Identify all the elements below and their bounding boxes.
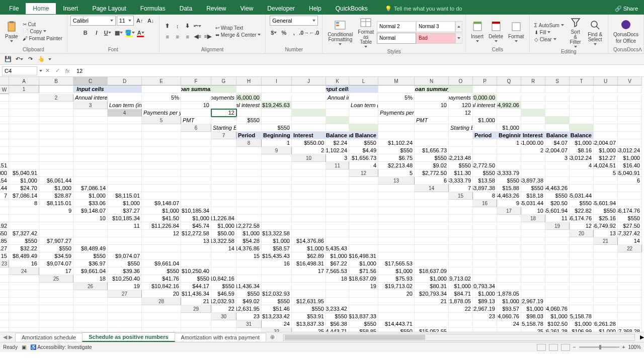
font-color-button[interactable]: A (136, 28, 146, 38)
new-sheet-button[interactable]: ⊕ (266, 334, 278, 340)
row-head-2[interactable]: 2 (39, 94, 73, 102)
style-normal[interactable]: Normal (377, 33, 416, 44)
font-size-combo[interactable]: 11 (117, 16, 134, 26)
tab-page-layout[interactable]: Page Layout (85, 3, 133, 14)
find-select-button[interactable]: Find & Select (585, 18, 605, 46)
accessibility-status[interactable]: ♿ Accessibility: Investigate (30, 344, 92, 350)
row-head-22[interactable]: 22 (618, 245, 642, 252)
sheet-tab-2[interactable]: Amortization with extra payment (175, 333, 267, 341)
tab-developer[interactable]: Developer (260, 3, 302, 14)
undo-icon[interactable]: ↶ (15, 55, 23, 63)
qat-customize-icon[interactable] (48, 58, 51, 60)
row-head-20[interactable]: 20 (570, 230, 594, 237)
row-head-12[interactable]: 12 (349, 169, 378, 177)
row-head-26[interactable]: 26 (73, 283, 108, 290)
cancel-formula-icon[interactable]: ✕ (42, 66, 52, 76)
fill-button[interactable]: ⬇ Fill (533, 29, 566, 36)
decrease-font-icon[interactable]: A↓ (146, 16, 156, 26)
decrease-decimal-icon[interactable]: ←.0 (309, 28, 319, 38)
row-head-16[interactable]: 16 (473, 200, 497, 207)
row-head-31[interactable]: 31 (236, 320, 262, 328)
row-head-27[interactable]: 27 (108, 290, 142, 298)
row-head-9[interactable]: 9 (262, 147, 292, 154)
style-normal2[interactable]: Normal 2 (377, 21, 416, 32)
insert-cells-button[interactable]: Insert (469, 20, 486, 43)
col-head-O[interactable]: O (449, 77, 473, 85)
conditional-formatting-button[interactable]: Conditional Formatting (326, 18, 355, 46)
row-head-1[interactable]: 1 (9, 85, 39, 93)
orientation-icon[interactable]: ⤺ (193, 21, 203, 31)
worksheet-grid[interactable]: ABCDEFGHIJKLMNOPQRSTUVW1Input cellsLoan … (0, 77, 644, 332)
horizontal-scrollbar[interactable] (283, 334, 635, 341)
font-name-combo[interactable]: Calibri (70, 16, 116, 26)
save-icon[interactable]: 💾 (4, 55, 12, 63)
copy-button[interactable]: 📄 Copy (21, 28, 64, 35)
increase-decimal-icon[interactable]: .0→ (299, 28, 309, 38)
col-head-R[interactable]: R (521, 77, 545, 85)
align-right-icon[interactable]: ≡ (183, 32, 193, 42)
tab-home[interactable]: Home (26, 3, 56, 14)
wrap-text-button[interactable]: ↩ Wrap Text (214, 25, 263, 31)
tab-view[interactable]: View (233, 3, 261, 14)
row-head-24[interactable]: 24 (9, 267, 39, 275)
share-button[interactable]: 🔗 Share (615, 6, 638, 12)
touch-mode-icon[interactable]: 👆 (37, 55, 45, 63)
row-head-11[interactable]: 11 (326, 162, 349, 169)
col-head-V[interactable]: V (618, 77, 642, 85)
align-left-icon[interactable]: ≡ (163, 32, 173, 42)
redo-icon[interactable]: ↷ (26, 55, 34, 63)
align-bottom-icon[interactable]: ⬇ (183, 21, 193, 31)
zoom-level[interactable]: 100% (628, 344, 641, 350)
row-head-17[interactable]: 17 (497, 207, 521, 215)
format-cells-button[interactable]: Format (506, 20, 526, 43)
row-head-15[interactable]: 15 (449, 192, 473, 200)
row-head-23[interactable]: 23 (0, 260, 9, 267)
paste-button[interactable]: Paste (3, 20, 20, 43)
delete-cells-button[interactable]: Delete (487, 20, 505, 43)
increase-indent-icon[interactable]: ≡▶ (203, 32, 213, 42)
accounting-format-icon[interactable]: $ (269, 28, 279, 38)
col-head-N[interactable]: N (415, 77, 449, 85)
col-head-C[interactable]: C (73, 77, 108, 85)
row-head-32[interactable]: 32 (262, 328, 292, 332)
style-bad[interactable]: Bad (416, 33, 455, 44)
format-painter-button[interactable]: 🖌 Format Painter (21, 35, 64, 42)
row-head-21[interactable]: 21 (594, 237, 618, 245)
row-head-30[interactable]: 30 (211, 313, 236, 320)
row-head-6[interactable]: 6 (181, 124, 211, 132)
row-head-8[interactable]: 8 (236, 139, 262, 147)
merge-center-button[interactable]: ⬌ Merge & Center (214, 32, 263, 38)
tab-insert[interactable]: Insert (56, 3, 85, 14)
autosum-button[interactable]: Σ AutoSum (533, 22, 566, 29)
percent-format-icon[interactable]: % (279, 28, 289, 38)
cut-button[interactable]: ✂ Cut (21, 21, 64, 28)
collapse-ribbon-icon[interactable]: ᐱ (638, 47, 642, 52)
italic-button[interactable]: I (92, 28, 102, 38)
formula-input[interactable]: 12 (72, 68, 644, 74)
fill-color-button[interactable]: 🪣 (125, 28, 135, 38)
col-head-T[interactable]: T (570, 77, 594, 85)
align-middle-icon[interactable]: ↕ (173, 21, 183, 31)
decrease-indent-icon[interactable]: ◀≡ (193, 32, 203, 42)
increase-font-icon[interactable]: A↑ (135, 16, 145, 26)
sheet-nav-first-icon[interactable]: ◀ (3, 334, 7, 340)
page-layout-view-icon[interactable] (549, 344, 558, 351)
row-head-13[interactable]: 13 (378, 177, 415, 185)
tab-data[interactable]: Data (173, 3, 199, 14)
col-head-G[interactable]: G (211, 77, 236, 85)
col-head-F[interactable]: F (181, 77, 211, 85)
comma-format-icon[interactable]: , (289, 28, 299, 38)
col-head-A[interactable]: A (9, 77, 39, 85)
col-head-D[interactable]: D (108, 77, 142, 85)
col-head-J[interactable]: J (292, 77, 326, 85)
page-break-view-icon[interactable] (561, 344, 570, 351)
row-head-28[interactable]: 28 (142, 298, 181, 305)
tab-quickbooks[interactable]: QuickBooks (329, 3, 375, 14)
sheet-tab-1[interactable]: Schedule as positive numbers (82, 332, 175, 342)
sheet-nav-last-icon[interactable]: ▶ (9, 334, 13, 340)
col-head-I[interactable]: I (262, 77, 292, 85)
col-head-K[interactable]: K (326, 77, 349, 85)
tell-me-search[interactable]: 💡 Tell me what you want to do (385, 6, 462, 12)
sheet-tab-0[interactable]: Amortization schedule (15, 333, 83, 341)
name-box[interactable]: C4 (2, 66, 37, 75)
